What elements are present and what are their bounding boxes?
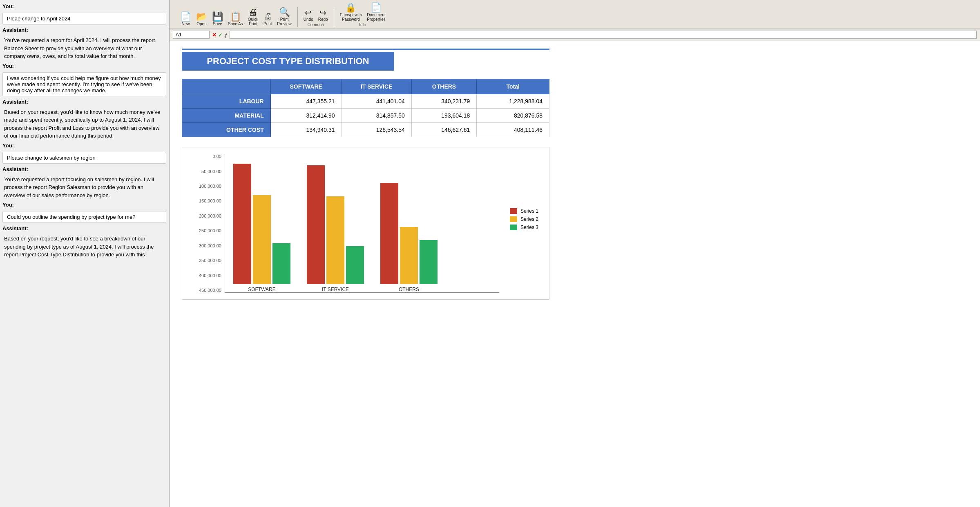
th-itservice: IT SERVICE [342,79,411,94]
print-button[interactable]: 🖨 Print [261,11,274,27]
data-table: SOFTWARE IT SERVICE OTHERS Total LABOUR … [182,79,549,137]
chat-assistant-label-5: Assistant: [2,166,166,172]
legend-series3-color [510,225,517,230]
docprops-button[interactable]: 📄 DocumentProperties [365,2,387,22]
saveas-label: Save As [228,22,243,26]
chat-you-bubble-4: Please change to salesmen by region [2,152,166,164]
chat-you-bubble-2: I was wondering if you could help me fig… [2,72,166,96]
chat-you-bubble-6: Could you outline the spending by projec… [2,211,166,223]
chat-assistant-bubble-5: You've requested a report focusing on sa… [2,176,166,200]
open-icon: 📂 [196,12,207,21]
bar-others-s1 [380,183,398,284]
new-label: New [181,22,190,26]
chat-assistant-label-1: Assistant: [2,27,166,33]
chat-assistant-bubble-3: Based on your request, you'd like to kno… [2,108,166,140]
redo-label: Redo [318,17,328,22]
open-button[interactable]: 📂 Open [194,11,209,27]
chat-you-bubble-0: Pleae change to April 2024 [2,13,166,24]
encrypt-icon: 🔒 [345,3,356,12]
bar-group-others-label: OTHERS [399,287,419,292]
toolbar-group-common: ↩ Undo ↪ Redo Common [298,8,334,27]
y-label-7: 350,000.00 [189,258,221,263]
report-title: PROJECT COST TYPE DISTRIBUTION [182,52,394,71]
labour-software: 447,355.21 [270,94,342,109]
undo-button[interactable]: ↩ Undo [302,8,315,22]
formula-check-icon[interactable]: ✓ [218,32,223,38]
legend-series2-color [510,216,517,222]
toolbar-group-info: 🔒 Encrypt withPassword 📄 DocumentPropert… [334,2,391,27]
chat-you-label-4: You: [2,142,166,149]
labour-total: 1,228,988.04 [477,94,549,109]
formula-x-icon[interactable]: ✕ [212,32,217,38]
redo-icon: ↪ [319,9,326,17]
save-label: Save [213,22,222,26]
quickprint-icon: 🖨 [248,8,257,17]
bar-group-software-bars [233,164,290,284]
undo-label: Undo [304,17,313,22]
print-icon: 🖨 [263,12,272,21]
othercost-software: 134,940.31 [270,123,342,137]
material-label: MATERIAL [182,109,271,123]
material-software: 312,414.90 [270,109,342,123]
toolbar: 📄 New 📂 Open 💾 Save 📋 Save As 🖨 Q [170,0,980,29]
content-area: PROJECT COST TYPE DISTRIBUTION SOFTWARE … [170,40,980,507]
new-button[interactable]: 📄 New [179,11,193,27]
th-empty [182,79,271,94]
legend-series3: Series 3 [510,225,538,230]
table-row-labour: LABOUR 447,355.21 441,401.04 340,231.79 … [182,94,549,109]
othercost-itservice: 126,543.54 [342,123,411,137]
bar-others-s2 [400,227,418,284]
bar-group-software: SOFTWARE [233,164,290,292]
formula-input[interactable] [230,31,977,39]
bar-others-s3 [420,240,438,284]
undo-icon: ↩ [305,9,312,17]
chat-panel: You:Pleae change to April 2024Assistant:… [0,0,170,507]
formula-fn-icon[interactable]: ƒ [224,32,227,38]
chat-you-label-6: You: [2,202,166,208]
th-others: OTHERS [411,79,477,94]
common-group-label: Common [307,22,324,27]
bar-group-others: OTHERS [380,183,438,292]
legend-series1-color [510,208,517,214]
printpreview-label: PrintPreview [277,17,292,26]
th-total: Total [477,79,549,94]
material-total: 820,876.58 [477,109,549,123]
bar-software-s1 [233,164,251,284]
chat-assistant-label-3: Assistant: [2,99,166,105]
docprops-icon: 📄 [371,3,382,12]
y-label-8: 400,000.00 [189,273,221,278]
formula-controls: ✕ ✓ ƒ [212,32,227,38]
saveas-icon: 📋 [230,12,241,21]
formula-bar: ✕ ✓ ƒ [170,29,980,40]
encrypt-button[interactable]: 🔒 Encrypt withPassword [338,2,364,22]
chart-wrapper: 450,000.00 400,000.00 350,000.00 300,000… [189,154,542,293]
chat-you-label-0: You: [2,3,166,9]
printpreview-icon: 🔍 [279,8,290,17]
info-group-label: Info [359,22,366,27]
title-accent [182,49,549,50]
redo-button[interactable]: ↪ Redo [317,8,330,22]
cell-ref-input[interactable] [173,31,210,39]
quickprint-button[interactable]: 🖨 QuickPrint [246,7,260,27]
new-icon: 📄 [180,12,191,21]
save-button[interactable]: 💾 Save [210,11,225,27]
bar-group-itservice-label: IT SERVICE [322,287,349,292]
table-row-material: MATERIAL 312,414.90 314,857.50 193,604.1… [182,109,549,123]
y-axis: 450,000.00 400,000.00 350,000.00 300,000… [189,154,221,293]
labour-label: LABOUR [182,94,271,109]
legend-series2: Series 2 [510,216,538,222]
printpreview-button[interactable]: 🔍 PrintPreview [275,7,293,27]
labour-itservice: 441,401.04 [342,94,411,109]
bar-itservice-s1 [307,165,325,284]
legend-series2-label: Series 2 [520,216,538,222]
chat-assistant-bubble-7: Based on your request, you'd like to see… [2,235,166,259]
encrypt-label: Encrypt withPassword [340,13,362,22]
y-label-3: 150,000.00 [189,198,221,203]
docprops-label: DocumentProperties [367,13,386,22]
save-icon: 💾 [212,12,223,21]
bar-group-itservice-bars [307,165,364,284]
bar-group-itservice: IT SERVICE [307,165,364,292]
saveas-button[interactable]: 📋 Save As [226,11,245,27]
y-label-9: 450,000.00 [189,288,221,293]
toolbar-group-file: 📄 New 📂 Open 💾 Save 📋 Save As 🖨 Q [174,7,298,27]
